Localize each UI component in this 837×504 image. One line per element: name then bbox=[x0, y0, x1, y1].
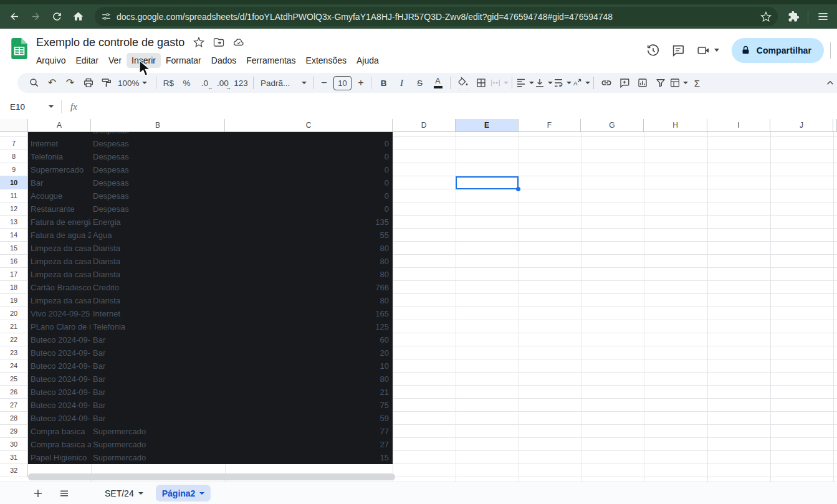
cell-c[interactable]: 27 bbox=[225, 438, 393, 451]
borders-button[interactable] bbox=[472, 75, 490, 91]
share-button[interactable]: Compartilhar bbox=[732, 38, 824, 63]
row-header-24[interactable]: 24 bbox=[0, 359, 28, 373]
cell-b[interactable]: Agua bbox=[91, 229, 225, 242]
cell-a[interactable]: Fatura de energia bbox=[28, 216, 91, 229]
cell-b[interactable]: Diarista bbox=[91, 255, 225, 268]
all-sheets-button[interactable] bbox=[56, 485, 72, 502]
menu-ferramentas[interactable]: Ferramentas bbox=[241, 53, 300, 68]
increase-font-size-button[interactable]: + bbox=[354, 75, 368, 91]
format-percent-button[interactable]: % bbox=[178, 75, 196, 91]
increase-decimals-button[interactable]: .00→ bbox=[214, 75, 232, 91]
cell-a[interactable]: Vivo 2024-09-25 bbox=[28, 307, 91, 320]
cell-c[interactable]: 135 bbox=[225, 216, 393, 229]
row-header-15[interactable]: 15 bbox=[0, 242, 28, 255]
decrease-font-size-button[interactable]: − bbox=[317, 75, 331, 91]
table-views-button[interactable] bbox=[669, 75, 688, 91]
cell-c[interactable]: 165 bbox=[225, 307, 393, 320]
cell-c[interactable]: 80 bbox=[225, 242, 393, 255]
cell-a[interactable]: Limpeza da casa bbox=[28, 242, 91, 255]
address-bar[interactable]: docs.google.com/spreadsheets/d/1fooYLAtd… bbox=[95, 7, 778, 26]
cell-a[interactable]: Buteco 2024-09- bbox=[28, 373, 91, 386]
row-header-16[interactable]: 16 bbox=[0, 255, 28, 268]
sheet-tab-set-24[interactable]: SET/24 bbox=[98, 485, 150, 502]
cell-b[interactable]: Despesas bbox=[91, 163, 225, 176]
row-header-14[interactable]: 14 bbox=[0, 229, 28, 242]
column-header-g[interactable]: G bbox=[581, 119, 644, 132]
data-range-a-c[interactable]: DespesasInternetDespesas0TelefoniaDespes… bbox=[28, 132, 393, 464]
site-info-icon[interactable] bbox=[101, 11, 112, 22]
cell-b[interactable]: Bar bbox=[91, 346, 225, 359]
row-header-20[interactable]: 20 bbox=[0, 307, 28, 320]
paint-format-button[interactable] bbox=[97, 75, 115, 91]
row-header-9[interactable]: 9 bbox=[0, 163, 28, 176]
cell-b[interactable]: Bar bbox=[91, 359, 225, 373]
document-title[interactable]: Exemplo de controle de gasto bbox=[36, 36, 184, 49]
extensions-button[interactable] bbox=[783, 7, 804, 27]
browser-reload-button[interactable] bbox=[46, 7, 67, 27]
undo-button[interactable]: ↶ bbox=[43, 75, 61, 91]
cell-b[interactable]: Telefonia bbox=[91, 320, 225, 333]
row-header-29[interactable]: 29 bbox=[0, 425, 28, 438]
cell-b[interactable]: Bar bbox=[91, 399, 225, 412]
column-header-e[interactable]: E bbox=[456, 119, 519, 132]
cell-b[interactable]: Bar bbox=[91, 373, 225, 386]
functions-button[interactable]: Σ bbox=[688, 75, 706, 91]
italic-button[interactable]: I bbox=[393, 75, 411, 91]
insert-chart-button[interactable] bbox=[633, 75, 651, 91]
cell-c[interactable]: 0 bbox=[225, 176, 393, 189]
cell-a[interactable]: Buteco 2024-09- bbox=[28, 333, 91, 346]
insert-link-button[interactable] bbox=[597, 75, 615, 91]
menu-ajuda[interactable]: Ajuda bbox=[352, 53, 384, 68]
cell-c[interactable]: 77 bbox=[225, 425, 393, 438]
row-header-21[interactable]: 21 bbox=[0, 320, 28, 333]
cell-a[interactable]: Fatura de agua 2 bbox=[28, 229, 91, 242]
row-header-22[interactable]: 22 bbox=[0, 333, 28, 346]
star-document-icon[interactable] bbox=[193, 37, 204, 48]
cell-b[interactable]: Supermercado bbox=[91, 451, 225, 464]
meet-video-button[interactable] bbox=[691, 38, 725, 63]
cell-a[interactable]: Compra basica a bbox=[28, 438, 91, 451]
menu-arquivo[interactable]: Arquivo bbox=[31, 53, 70, 68]
name-box[interactable]: E10 bbox=[0, 94, 61, 119]
horizontal-align-button[interactable] bbox=[515, 75, 534, 91]
row-header-32[interactable]: 32 bbox=[0, 464, 28, 477]
print-button[interactable] bbox=[79, 75, 97, 91]
cell-b[interactable]: Despesas bbox=[91, 132, 225, 137]
cell-c[interactable]: 125 bbox=[225, 320, 393, 333]
browser-menu-button[interactable] bbox=[812, 7, 833, 27]
spreadsheet-grid[interactable]: ABCDEFGHIJ789101112131415161718192021222… bbox=[0, 119, 837, 504]
column-header-j[interactable]: J bbox=[770, 119, 833, 132]
cell-b[interactable]: Internet bbox=[91, 307, 225, 320]
cell-c[interactable]: 0 bbox=[225, 202, 393, 216]
cell-c[interactable]: 80 bbox=[225, 373, 393, 386]
column-header-c[interactable]: C bbox=[225, 119, 393, 132]
font-selector[interactable]: Padrã... bbox=[257, 75, 310, 91]
cell-a[interactable]: PLano Claro de i bbox=[28, 320, 91, 333]
row-header-12[interactable]: 12 bbox=[0, 202, 28, 216]
cell-a[interactable]: Cartão Bradesco bbox=[28, 281, 91, 294]
fill-color-button[interactable] bbox=[454, 75, 472, 91]
menu-editar[interactable]: Editar bbox=[70, 53, 103, 68]
horizontal-scrollbar[interactable] bbox=[28, 473, 395, 480]
cell-c[interactable]: 0 bbox=[225, 163, 393, 176]
row-header-11[interactable]: 11 bbox=[0, 189, 28, 202]
select-all-corner[interactable] bbox=[0, 119, 28, 132]
cell-c[interactable] bbox=[225, 132, 393, 137]
cell-b[interactable]: Supermercado bbox=[91, 425, 225, 438]
text-wrap-button[interactable] bbox=[553, 75, 572, 91]
row-header-23[interactable]: 23 bbox=[0, 346, 28, 359]
cell-b[interactable]: Diarista bbox=[91, 268, 225, 281]
decrease-decimals-button[interactable]: .0← bbox=[196, 75, 214, 91]
sheet-tab-pagina2[interactable]: Página2 bbox=[156, 485, 211, 502]
row-header-19[interactable]: 19 bbox=[0, 294, 28, 307]
menu-formatar[interactable]: Formatar bbox=[161, 53, 206, 68]
column-header-a[interactable]: A bbox=[28, 119, 91, 132]
text-rotation-button[interactable]: A bbox=[572, 75, 590, 91]
cell-a[interactable]: Telefonia bbox=[28, 150, 91, 163]
add-sheet-button[interactable] bbox=[30, 485, 46, 502]
vertical-align-button[interactable] bbox=[534, 75, 553, 91]
row-header-partial[interactable] bbox=[0, 132, 28, 137]
row-header-26[interactable]: 26 bbox=[0, 386, 28, 399]
cell-a[interactable]: Bar bbox=[28, 176, 91, 189]
redo-button[interactable]: ↷ bbox=[61, 75, 79, 91]
